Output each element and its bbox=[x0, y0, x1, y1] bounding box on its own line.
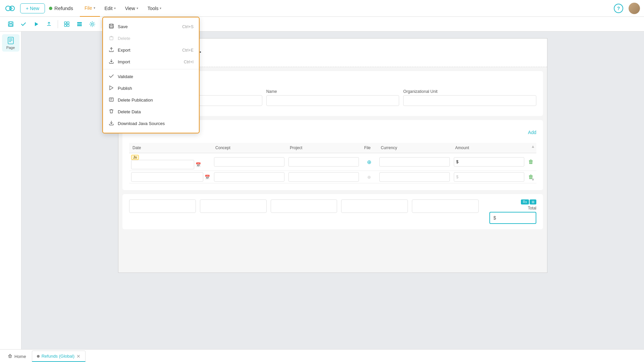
menu-bar: File ▾ Edit ▾ View ▾ Tools ▾ bbox=[80, 0, 166, 17]
currency-input-1[interactable] bbox=[379, 157, 450, 167]
add-button[interactable]: Add bbox=[528, 130, 536, 135]
upload-icon-1[interactable]: ⊕ bbox=[367, 159, 371, 165]
total-label: Total bbox=[528, 206, 536, 210]
layers-button[interactable] bbox=[74, 19, 85, 29]
scroll-up-icon[interactable]: ▲ bbox=[530, 144, 536, 149]
menu-validate[interactable]: Validate bbox=[103, 71, 199, 82]
scroll-down-icon[interactable]: ▼ bbox=[530, 177, 536, 182]
table-header: Date Concept Project File Currency Amoun… bbox=[129, 143, 536, 153]
lastname-col: Name bbox=[266, 89, 399, 106]
cell-currency-2 bbox=[377, 171, 452, 183]
export-icon bbox=[108, 47, 114, 53]
menu-export[interactable]: Export Ctrl+E bbox=[103, 44, 199, 56]
calendar-icon-1[interactable]: 📅 bbox=[196, 162, 201, 167]
svg-rect-27 bbox=[110, 24, 113, 25]
menu-file[interactable]: File ▾ bbox=[80, 0, 100, 17]
cell-concept-1 bbox=[212, 153, 286, 171]
refunds-tab-label: Refunds (Global) bbox=[42, 354, 74, 359]
refunds-label: Refunds bbox=[49, 5, 73, 11]
svg-point-13 bbox=[91, 23, 93, 25]
file-dropdown-menu: Save Ctrl+S Delete Export Ctrl+E Import … bbox=[102, 17, 200, 133]
menu-save[interactable]: Save Ctrl+S bbox=[103, 21, 199, 33]
cell-date-1: Js 📅 bbox=[129, 153, 212, 171]
settings-button[interactable] bbox=[87, 19, 98, 29]
export-button[interactable] bbox=[44, 19, 54, 29]
menu-publish[interactable]: Publish bbox=[103, 82, 199, 94]
separator bbox=[58, 20, 58, 28]
amount-input-1[interactable] bbox=[454, 157, 524, 167]
date-input-2[interactable] bbox=[131, 172, 203, 182]
page-label: Page bbox=[6, 46, 15, 50]
save-icon bbox=[108, 23, 114, 30]
rx-button[interactable]: Rx bbox=[521, 199, 529, 204]
total-input[interactable] bbox=[489, 212, 536, 224]
lastname-input[interactable] bbox=[266, 95, 399, 106]
svg-rect-4 bbox=[9, 24, 12, 26]
menu-view[interactable]: View ▾ bbox=[120, 0, 143, 17]
total-cell-2 bbox=[200, 199, 267, 213]
menu-edit[interactable]: Edit ▾ bbox=[100, 0, 120, 17]
svg-rect-6 bbox=[64, 22, 66, 24]
avatar[interactable] bbox=[629, 3, 640, 14]
delete-icon bbox=[108, 35, 114, 42]
delete-pub-icon bbox=[108, 97, 114, 103]
chevron-down-icon: ▾ bbox=[160, 6, 161, 10]
tab-close-button[interactable]: ✕ bbox=[76, 354, 80, 359]
new-button[interactable]: + New bbox=[20, 3, 45, 13]
svg-rect-9 bbox=[67, 24, 69, 26]
svg-rect-29 bbox=[110, 37, 113, 40]
amount-input-2[interactable] bbox=[454, 172, 524, 182]
refunds-tab[interactable]: Refunds (Global) ✕ bbox=[32, 351, 86, 362]
delete-label: Delete bbox=[118, 36, 130, 41]
lastname-label: Name bbox=[266, 89, 399, 94]
download-icon bbox=[108, 120, 114, 127]
delete-data-label: Delete Data bbox=[118, 109, 141, 114]
col-currency: Currency bbox=[377, 143, 452, 153]
total-row: Rx ⊞ Total bbox=[129, 199, 536, 224]
import-icon bbox=[108, 59, 114, 65]
svg-marker-5 bbox=[35, 22, 38, 26]
project-input-2[interactable] bbox=[288, 172, 359, 182]
menu-delete-data[interactable]: Delete Data bbox=[103, 106, 199, 118]
total-cell-5 bbox=[412, 199, 479, 213]
home-icon bbox=[8, 354, 12, 359]
save-shortcut: Ctrl+S bbox=[182, 24, 194, 29]
concept-input-2[interactable] bbox=[214, 172, 284, 182]
upload-icon-2[interactable]: ⊕ bbox=[367, 175, 371, 180]
table-row: 📅 ⊕ bbox=[129, 171, 536, 183]
run-button[interactable] bbox=[31, 19, 42, 29]
page-panel-item[interactable]: Page bbox=[2, 34, 19, 52]
publish-icon bbox=[108, 85, 114, 92]
date-input-1[interactable] bbox=[131, 160, 194, 169]
left-panel: Page bbox=[0, 32, 21, 349]
menu-delete-publication[interactable]: Delete Publication bbox=[103, 94, 199, 106]
svg-marker-31 bbox=[110, 86, 113, 90]
validate-button[interactable] bbox=[18, 19, 29, 29]
org-input[interactable] bbox=[403, 95, 536, 106]
help-button[interactable]: ? bbox=[614, 4, 623, 13]
svg-rect-11 bbox=[77, 23, 82, 24]
concept-input-1[interactable] bbox=[214, 157, 284, 167]
menu-tools[interactable]: Tools ▾ bbox=[143, 0, 166, 17]
app-logo[interactable] bbox=[4, 2, 16, 14]
save-label: Save bbox=[118, 24, 128, 29]
col-file: File bbox=[361, 143, 378, 153]
expand-button[interactable]: ⊞ bbox=[530, 199, 536, 204]
svg-rect-7 bbox=[67, 22, 69, 24]
currency-input-2[interactable] bbox=[379, 172, 450, 182]
calendar-icon-2[interactable]: 📅 bbox=[205, 175, 210, 180]
components-button[interactable] bbox=[61, 19, 72, 29]
total-section: Rx ⊞ Total bbox=[122, 194, 543, 229]
col-amount: Amount bbox=[452, 143, 526, 153]
cell-file-1: ⊕ bbox=[361, 153, 378, 171]
menu-import[interactable]: Import Ctrl+I bbox=[103, 56, 199, 68]
menu-download-java[interactable]: Download Java Sources bbox=[103, 118, 199, 129]
rx-badge-area: Rx ⊞ bbox=[521, 199, 536, 204]
home-tab[interactable]: Home bbox=[3, 351, 31, 362]
col-concept: Concept bbox=[212, 143, 286, 153]
svg-rect-28 bbox=[110, 26, 113, 27]
chevron-down-icon: ▾ bbox=[114, 6, 116, 10]
save-button[interactable] bbox=[5, 19, 16, 29]
export-label: Export bbox=[118, 48, 130, 53]
project-input-1[interactable] bbox=[288, 157, 359, 167]
